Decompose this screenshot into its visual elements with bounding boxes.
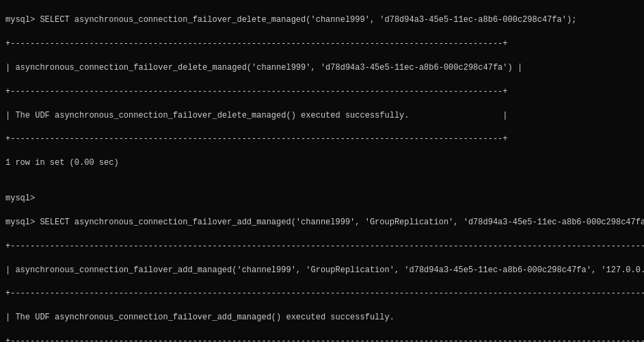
line-6: +---------------------------------------… xyxy=(5,133,639,145)
line-11: +---------------------------------------… xyxy=(5,241,639,252)
line-14: | The UDF asynchronous_connection_failov… xyxy=(5,312,639,324)
line-10: mysql> SELECT asynchronous_connection_fa… xyxy=(5,217,639,228)
line-9: mysql> xyxy=(5,193,639,205)
line-2: +---------------------------------------… xyxy=(5,38,639,50)
line-3: | asynchronous_connection_failover_delet… xyxy=(5,62,639,74)
line-15: +---------------------------------------… xyxy=(5,336,639,342)
terminal-window: mysql> SELECT asynchronous_connection_fa… xyxy=(0,0,644,342)
line-7: 1 row in set (0.00 sec) xyxy=(5,157,639,169)
line-13: +---------------------------------------… xyxy=(5,288,639,300)
line-12: | asynchronous_connection_failover_add_m… xyxy=(5,265,639,276)
line-5: | The UDF asynchronous_connection_failov… xyxy=(5,110,639,122)
line-1: mysql> SELECT asynchronous_connection_fa… xyxy=(5,14,639,26)
line-4: +---------------------------------------… xyxy=(5,86,639,98)
